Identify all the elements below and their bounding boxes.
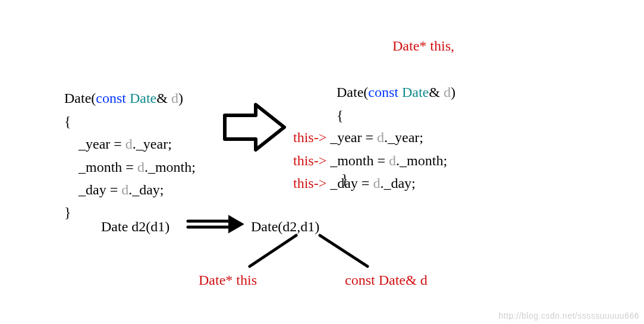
l-line3: _year = d._year; [64,136,172,152]
r-line3: this-> _year = d._year; [293,130,423,145]
svg-line-3 [320,235,367,266]
d: d [373,175,380,191]
kw-const: const [368,84,398,100]
r-line1: Date(const Date& d) [337,84,455,100]
amp: & [429,84,444,100]
param-d: d [444,84,451,100]
txt: Date( [64,90,96,106]
txt: _year = [64,136,125,152]
label-this-pointer: Date* this [199,269,257,291]
line-to-d1 [320,235,367,266]
label-const-date-ref: const Date& d [345,269,428,291]
txt: Date d2(d1) [101,219,169,234]
this-ptr: this-> [293,175,326,191]
txt: & d [406,272,428,288]
l-line2: { [64,114,71,129]
txt: Date(d2,d1) [251,219,319,234]
bottom-decl: Date d2(d1) [101,215,169,238]
close: ) [178,90,183,106]
txt: ._day; [128,182,164,197]
kw-type: Date [402,84,429,100]
txt: Date( [337,84,368,100]
d: d [137,159,144,175]
amp: & [156,90,171,106]
txt: _month = [326,153,389,168]
r-line5: this-> _day = d._day; [293,175,416,191]
small-arrow-icon [188,215,244,233]
watermark: http://blog.csdn.net/sssssuuuuu666 [499,311,639,320]
txt: _day = [326,175,373,191]
big-arrow-icon [225,105,284,150]
txt: const [345,272,375,288]
right-code-close: } [341,168,348,190]
txt: ._day; [380,175,415,191]
l-line6: } [64,205,71,220]
txt: _month = [64,159,137,175]
bottom-call: Date(d2,d1) [251,215,319,238]
svg-line-2 [250,235,296,266]
txt: _year = [326,130,377,145]
txt: ._year; [133,136,172,152]
txt: ._month; [144,159,196,175]
l-line1: Date(const Date& d) [64,90,183,106]
kw-const: const [96,90,126,106]
l-line4: _month = d._month; [64,159,196,175]
d: d [121,182,128,197]
txt: ._month; [396,153,447,168]
l-line5: _day = d._day; [64,182,164,197]
txt: Date* this [199,272,257,288]
d: d [389,153,396,168]
close: ) [451,84,455,100]
d: d [125,136,133,152]
txt: Date* this, [392,38,454,54]
txt: } [341,171,348,187]
txt: ._year; [384,130,423,145]
this-ptr: this-> [293,153,326,168]
txt: _day = [64,182,121,197]
d: d [377,130,384,145]
r-line4: this-> _month = d._month; [293,153,447,168]
diagram-canvas: Date(const Date& d) { _year = d._year; _… [0,0,644,324]
kw-type: Date [130,90,156,106]
param-d: d [171,90,178,106]
txt: http://blog.csdn.net/sssssuuuuu666 [499,311,639,320]
line-to-d2 [250,235,296,266]
left-code-block: Date(const Date& d) { _year = d._year; _… [64,64,196,224]
txt: Date [379,272,406,288]
annotation-this-param: Date* this, [392,34,454,57]
right-code-body: this-> _year = d._year; this-> _month = … [293,103,447,195]
this-ptr: this-> [293,130,326,145]
